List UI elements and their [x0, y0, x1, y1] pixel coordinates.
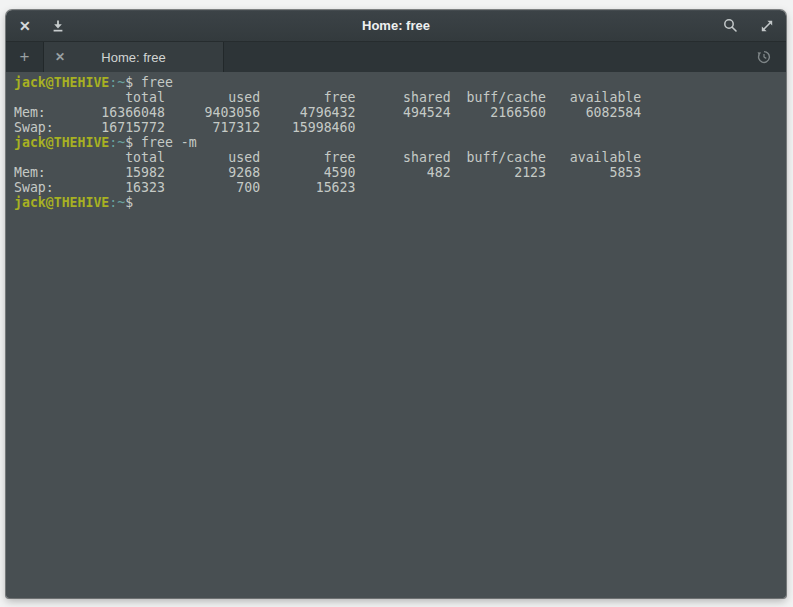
- search-icon[interactable]: [723, 18, 738, 33]
- output-row-line: Mem: 15982 9268 4590 482 2123 5853: [14, 165, 786, 180]
- output-header-line: total used free shared buff/cache availa…: [14, 150, 786, 165]
- output-row-line: Swap: 16715772 717312 15998460: [14, 120, 786, 135]
- tabbar-spacer: [224, 42, 756, 72]
- tab-close-icon[interactable]: ✕: [55, 50, 65, 64]
- tab-home-free[interactable]: ✕ Home: free: [43, 42, 224, 72]
- prompt-symbol: $: [125, 195, 141, 210]
- terminal-window: ✕ Home: free: [6, 10, 786, 598]
- prompt-symbol: $: [125, 75, 141, 90]
- prompt-path: ~: [117, 195, 125, 210]
- window-title: Home: free: [6, 18, 786, 33]
- prompt-symbol: $: [125, 135, 141, 150]
- prompt-line: jack@THEHIVE:~$ free -m: [14, 135, 786, 150]
- download-icon[interactable]: [51, 19, 65, 33]
- prompt-line: jack@THEHIVE:~$: [14, 195, 786, 210]
- new-tab-button[interactable]: +: [6, 42, 43, 72]
- titlebar[interactable]: ✕ Home: free: [6, 10, 786, 42]
- tab-label: Home: free: [44, 50, 223, 65]
- prompt-user-host: jack@THEHIVE: [14, 75, 109, 90]
- terminal-output[interactable]: jack@THEHIVE:~$ free total used free sha…: [6, 72, 786, 598]
- command-text: free: [141, 75, 173, 90]
- prompt-user-host: jack@THEHIVE: [14, 135, 109, 150]
- output-row-line: Swap: 16323 700 15623: [14, 180, 786, 195]
- output-header-line: total used free shared buff/cache availa…: [14, 90, 786, 105]
- prompt-line: jack@THEHIVE:~$ free: [14, 75, 786, 90]
- window-close-button[interactable]: ✕: [19, 19, 31, 33]
- command-text: free -m: [141, 135, 197, 150]
- restore-clock-icon[interactable]: [756, 42, 772, 72]
- prompt-path: ~: [117, 135, 125, 150]
- output-row-line: Mem: 16366048 9403056 4796432 494524 216…: [14, 105, 786, 120]
- prompt-path: ~: [117, 75, 125, 90]
- prompt-user-host: jack@THEHIVE: [14, 195, 109, 210]
- tabbar: + ✕ Home: free: [6, 42, 786, 72]
- resize-diagonal-icon[interactable]: [760, 19, 774, 33]
